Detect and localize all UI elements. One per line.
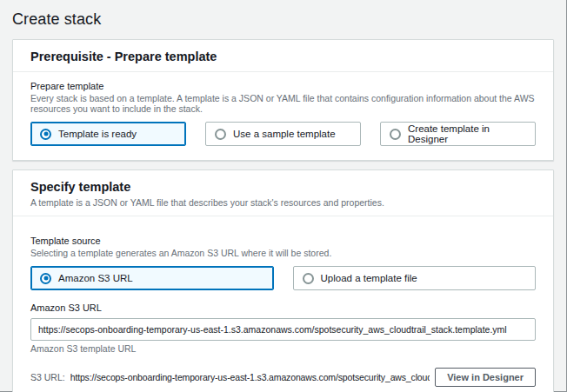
prerequisite-card: Prerequisite - Prepare template Prepare … <box>12 39 554 161</box>
s3-url-summary-row: S3 URL: https://secops-onboarding-tempor… <box>30 368 536 387</box>
s3-url-row-label: S3 URL: <box>30 372 65 382</box>
view-in-designer-button[interactable]: View in Designer <box>435 368 536 387</box>
prepare-template-label: Prepare template <box>30 81 536 91</box>
prepare-template-description: Every stack is based on a template. A te… <box>30 93 536 114</box>
template-source-label: Template source <box>30 236 536 246</box>
radio-tile-upload-template-file[interactable]: Upload a template file <box>293 266 537 290</box>
prerequisite-card-body: Prepare template Every stack is based on… <box>13 72 553 160</box>
radio-selected-icon[interactable] <box>40 129 51 140</box>
specify-template-card-body: Template source Selecting a template gen… <box>13 216 553 392</box>
page-title: Create stack <box>12 10 554 29</box>
radio-tile-label: Template is ready <box>58 129 137 139</box>
prerequisite-card-title: Prerequisite - Prepare template <box>30 50 536 63</box>
radio-selected-icon[interactable] <box>40 273 51 284</box>
prerequisite-card-header: Prerequisite - Prepare template <box>13 40 553 72</box>
prepare-template-options: Template is ready Use a sample template … <box>30 122 536 146</box>
template-source-options: Amazon S3 URL Upload a template file <box>30 266 536 290</box>
radio-unselected-icon[interactable] <box>215 129 226 140</box>
amazon-s3-url-label: Amazon S3 URL <box>30 302 536 313</box>
radio-unselected-icon[interactable] <box>390 129 401 140</box>
specify-template-card-description: A template is a JSON or YAML file that d… <box>30 197 536 208</box>
template-source-description: Selecting a template generates an Amazon… <box>30 248 536 258</box>
radio-tile-create-template-in-designer[interactable]: Create template in Designer <box>380 122 536 146</box>
s3-url-value: https://secops-onboarding-temporary-us-e… <box>70 372 430 382</box>
specify-template-card-header: Specify template A template is a JSON or… <box>13 170 553 216</box>
radio-tile-use-sample-template[interactable]: Use a sample template <box>205 122 361 146</box>
radio-tile-label: Create template in Designer <box>408 123 526 144</box>
radio-tile-label: Upload a template file <box>321 273 417 283</box>
radio-tile-template-is-ready[interactable]: Template is ready <box>30 122 186 146</box>
radio-tile-label: Amazon S3 URL <box>58 273 133 283</box>
amazon-s3-url-hint: Amazon S3 template URL <box>30 343 536 354</box>
radio-tile-label: Use a sample template <box>233 129 336 139</box>
specify-template-card-title: Specify template <box>30 180 536 194</box>
amazon-s3-url-input[interactable] <box>30 318 536 341</box>
radio-tile-amazon-s3-url[interactable]: Amazon S3 URL <box>30 266 274 290</box>
create-stack-page: Create stack Prerequisite - Prepare temp… <box>0 0 567 392</box>
specify-template-card: Specify template A template is a JSON or… <box>12 169 554 392</box>
radio-unselected-icon[interactable] <box>303 273 314 284</box>
